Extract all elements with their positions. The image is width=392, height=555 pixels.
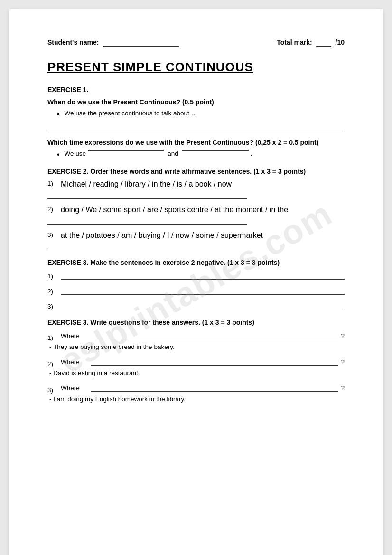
exercise3-title: EXERCISE 3. Make the sentences in exerci… <box>47 259 345 266</box>
exercise4-where-row-1: Where ? <box>61 331 345 339</box>
student-name-line <box>103 46 179 47</box>
exercise3-line-1 <box>61 271 345 280</box>
exercise1-q2-line2 <box>182 150 249 151</box>
exercise3-row-2: 2) <box>47 286 345 295</box>
exercise4-where-label-1: Where <box>61 332 89 339</box>
exercise2-row-3: 3) at the / potatoes / am / buying / I /… <box>47 231 345 240</box>
exercise4-item-3: 3) Where ? - I am doing my English homew… <box>47 383 345 403</box>
exercise4-where-label-2: Where <box>61 358 89 366</box>
worksheet-page: eslprintables.com Student's name: Total … <box>9 9 383 555</box>
total-mark-section: Total mark: /10 <box>277 38 345 47</box>
exercise4-num-1: 1) <box>47 334 61 341</box>
exercise4-title: EXERCISE 3. Write questions for these an… <box>47 319 345 326</box>
bullet-icon-2: • <box>57 151 60 159</box>
exercise2-answer-line-3 <box>47 242 247 250</box>
exercise4-row-3: 3) Where ? <box>47 383 345 394</box>
exercise2-item-1: 1) Michael / reading / library / in the … <box>47 180 345 199</box>
exercise4-num-3: 3) <box>47 386 61 394</box>
exercise1-q2-text-start: We use <box>65 150 86 157</box>
exercise4-where-line-1 <box>91 331 338 339</box>
exercise2-num-3: 3) <box>47 231 61 238</box>
exercise4-answer-text-2: - David is eating in a restaurant. <box>49 369 345 376</box>
exercise4-num-2: 2) <box>47 360 61 367</box>
exercise2-text-1: Michael / reading / library / in the / i… <box>61 180 232 188</box>
exercise4-item-2: 2) Where ? - David is eating in a restau… <box>47 357 345 376</box>
exercise2-item-2: 2) doing / We / some sport / are / sport… <box>47 206 345 225</box>
exercise4-answer-text-1: - They are buying some bread in the bake… <box>49 343 345 350</box>
exercise2-row-2: 2) doing / We / some sport / are / sport… <box>47 206 345 214</box>
exercise4-q-mark-1: ? <box>341 332 345 339</box>
exercise2-text-3: at the / potatoes / am / buying / I / no… <box>61 231 263 240</box>
header-row: Student's name: Total mark: /10 <box>47 38 345 47</box>
exercise3-num-2: 2) <box>47 288 61 295</box>
exercise2-item-3: 3) at the / potatoes / am / buying / I /… <box>47 231 345 250</box>
exercise4-q-mark-3: ? <box>341 385 345 392</box>
exercise2-row-1: 1) Michael / reading / library / in the … <box>47 180 345 188</box>
exercise1-q2-line1 <box>88 150 164 151</box>
exercise3-section: EXERCISE 3. Make the sentences in exerci… <box>47 259 345 310</box>
exercise1-q1-answer-line <box>47 122 345 131</box>
exercise3-line-3 <box>61 301 345 310</box>
exercise2-answer-line-1 <box>47 190 247 199</box>
exercise3-row-3: 3) <box>47 301 345 310</box>
student-name-section: Student's name: <box>47 38 179 47</box>
exercise4-where-row-2: Where ? <box>61 357 345 366</box>
student-name-label: Student's name: <box>47 38 99 46</box>
exercise1-q1-text: We use the present continuous to talk ab… <box>65 110 197 117</box>
exercise4-where-row-3: Where ? <box>61 383 345 392</box>
total-mark-denom: /10 <box>336 38 345 46</box>
exercise4-row-1: 1) Where ? <box>47 331 345 341</box>
exercise2-text-2: doing / We / some sport / are / sports c… <box>61 206 288 214</box>
exercise3-row-1: 1) <box>47 271 345 280</box>
total-mark-label: Total mark: <box>277 38 312 46</box>
exercise4-where-line-3 <box>91 383 338 392</box>
exercise2-section: EXERCISE 2. Order these words and write … <box>47 168 345 250</box>
exercise2-answer-line-2 <box>47 216 247 225</box>
exercise1-q2-bullet: • We use and . <box>57 150 345 159</box>
exercise2-num-2: 2) <box>47 206 61 213</box>
exercise1-q2-text-mid: and <box>168 150 178 157</box>
exercise1-title: EXERCISE 1. <box>47 86 345 94</box>
total-mark-line <box>316 46 331 47</box>
exercise1-q1-bullet: • We use the present continuous to talk … <box>57 110 345 119</box>
exercise1-q2-label: Which time expressions do we use with th… <box>47 139 345 146</box>
exercise4-answer-text-3: - I am doing my English homework in the … <box>49 395 345 403</box>
exercise2-title: EXERCISE 2. Order these words and write … <box>47 168 345 175</box>
exercise4-where-label-3: Where <box>61 385 89 392</box>
exercise1-section: EXERCISE 1. When do we use the Present C… <box>47 86 345 159</box>
exercise3-num-1: 1) <box>47 273 61 280</box>
exercise4-item-1: 1) Where ? - They are buying some bread … <box>47 331 345 350</box>
page-title: PRESENT SIMPLE CONTINUOUS <box>47 60 345 75</box>
exercise3-num-3: 3) <box>47 303 61 310</box>
exercise4-q-mark-2: ? <box>341 358 345 366</box>
exercise1-q1-label: When do we use the Present Continuous? (… <box>47 98 345 106</box>
exercise4-row-2: 2) Where ? <box>47 357 345 367</box>
exercise4-section: EXERCISE 3. Write questions for these an… <box>47 319 345 403</box>
bullet-icon: • <box>57 110 60 119</box>
exercise2-num-1: 1) <box>47 180 61 187</box>
exercise1-q2-text-end: . <box>251 150 252 157</box>
exercise3-line-2 <box>61 286 345 295</box>
exercise4-where-line-2 <box>91 357 338 366</box>
